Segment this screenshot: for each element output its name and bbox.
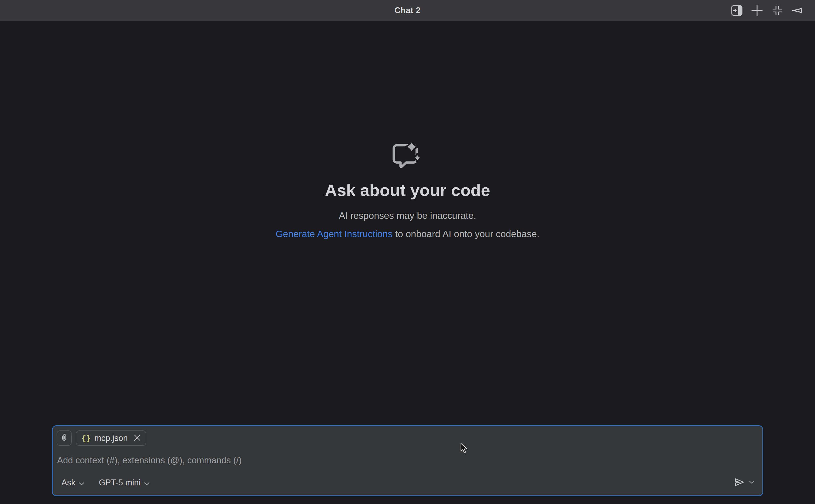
dock-right-icon <box>731 5 743 16</box>
cta-suffix-text: to onboard AI onto your codebase. <box>393 229 540 239</box>
attach-file-button[interactable] <box>57 430 72 446</box>
cta-line: Generate Agent Instructions to onboard A… <box>276 228 540 240</box>
model-label: GPT-5 mini <box>99 478 141 488</box>
composer-input[interactable]: Add context (#), extensions (@), command… <box>53 455 762 466</box>
titlebar-actions <box>731 0 803 21</box>
remove-attachment-button[interactable] <box>134 434 141 442</box>
open-in-editor-button[interactable] <box>731 5 743 16</box>
send-controls <box>733 476 754 489</box>
pin-icon <box>792 6 803 15</box>
mode-label: Ask <box>61 478 75 488</box>
paperclip-icon <box>61 433 68 443</box>
chevron-down-icon <box>144 478 150 488</box>
disclaimer-text: AI responses may be inaccurate. <box>339 209 476 222</box>
new-chat-button[interactable] <box>751 5 763 16</box>
collapse-icon <box>772 6 782 15</box>
collapse-window-button[interactable] <box>772 5 783 16</box>
send-plane-icon <box>733 476 745 489</box>
close-icon <box>134 434 141 442</box>
attachment-file-name: mcp.json <box>94 433 128 443</box>
chat-sparkles-icon <box>392 138 423 168</box>
attachments-row: {} mcp.json <box>57 430 146 446</box>
mode-selector[interactable]: Ask <box>61 478 84 488</box>
send-options-button[interactable] <box>749 481 754 485</box>
plus-icon <box>751 5 763 16</box>
pin-window-button[interactable] <box>792 5 803 16</box>
chevron-down-icon <box>79 478 84 488</box>
empty-state: Ask about your code AI responses may be … <box>0 138 815 240</box>
json-file-icon: {} <box>81 434 91 443</box>
empty-state-heading: Ask about your code <box>325 181 490 199</box>
composer[interactable]: {} mcp.json Add context (#), extensions … <box>52 425 763 496</box>
attachment-chip[interactable]: {} mcp.json <box>76 430 146 446</box>
generate-agent-instructions-link[interactable]: Generate Agent Instructions <box>276 229 393 239</box>
chevron-down-icon <box>749 481 754 485</box>
composer-controls: Ask GPT-5 mini <box>53 476 762 489</box>
send-button[interactable] <box>733 476 745 489</box>
title-bar: Chat 2 <box>0 0 815 21</box>
model-selector[interactable]: GPT-5 mini <box>99 478 150 488</box>
chat-tab-title: Chat 2 <box>395 6 421 15</box>
